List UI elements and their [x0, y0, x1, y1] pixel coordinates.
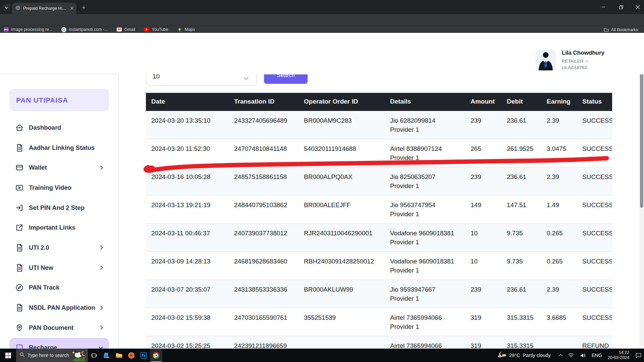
window-restore-button[interactable] — [615, 3, 627, 11]
column-header: Status — [577, 93, 612, 111]
sidebar-item[interactable]: UTI 2.0 — [9, 238, 109, 258]
browser-toolbar: pan.utipaisa.com/dashboard/prepaid-recha… — [0, 14, 644, 26]
wifi-icon[interactable] — [568, 353, 574, 358]
cell-earning: 2.39 — [541, 167, 577, 195]
new-tab-button[interactable]: + — [80, 4, 87, 11]
bookmark-favicon-icon: G — [61, 27, 67, 32]
weather-temp: 28°C — [509, 353, 520, 358]
tab-close-icon[interactable] — [70, 5, 74, 11]
sidebar-item[interactable]: Set PIN And 2 Step — [9, 198, 109, 218]
sidebar-item[interactable]: PAN Track — [9, 278, 109, 298]
daily-animal-image[interactable] — [72, 349, 87, 362]
cell-transaction-id: 248575158861158 — [229, 167, 299, 195]
cell-date: 2024-03-20 11:52:30 — [146, 139, 229, 167]
cell-status: SUCCESS — [577, 308, 612, 336]
cell-status: SUCCESS — [577, 252, 612, 280]
tray-expand-icon[interactable] — [559, 353, 562, 358]
window-close-button[interactable] — [632, 3, 643, 11]
table-row: 2024-03-13 19:21:19 248440795103862 BR00… — [146, 195, 612, 224]
cell-details-line1: Jio 9593947667 — [390, 285, 465, 294]
chevron-down-icon — [5, 5, 8, 9]
column-header: Operator Order ID — [299, 93, 385, 111]
browser-tab[interactable]: Prepaid Recharge History — [12, 3, 76, 14]
tab-search-button[interactable] — [3, 4, 10, 11]
chevron-icon — [99, 325, 103, 330]
chevron-down-icon — [244, 75, 248, 80]
sidebar-item-icon — [15, 203, 24, 212]
bookmark-favicon-icon: M — [117, 27, 122, 32]
weather-desc: Partly cloudy — [523, 353, 551, 358]
taskbar-photoshop[interactable]: Ps — [138, 349, 150, 362]
sidebar-item-icon — [15, 183, 24, 192]
cell-details-line2: Provider 1 — [390, 266, 465, 275]
cell-earning: 0.265 — [541, 252, 577, 280]
taskbar-orange-app[interactable] — [125, 349, 138, 362]
sidebar-item-icon — [15, 223, 24, 232]
all-bookmarks-button[interactable]: All Bookmarks — [603, 26, 638, 33]
sidebar-item[interactable]: Training Video — [9, 178, 109, 198]
cell-amount: 265 — [465, 139, 501, 167]
tab-title: Prepaid Recharge History — [23, 6, 67, 11]
user-name: Lila Chowdhury — [562, 50, 605, 56]
cell-details-line2: Provider 1 — [390, 238, 465, 247]
language-indicator[interactable]: ENG — [592, 353, 602, 358]
sidebar-item[interactable]: NSDL PAN Application — [9, 298, 109, 318]
column-header: Transation ID — [229, 93, 299, 111]
table-row: 2024-03-16 10:05:28 248575158861158 BR00… — [146, 167, 612, 195]
user-card[interactable]: Lila Chowdhury RETAILER LILAC18763 — [536, 50, 605, 70]
bookmark-item[interactable]: Maps — [177, 27, 195, 32]
taskbar-weather[interactable]: 28°C Partly cloudy — [497, 351, 550, 360]
cell-details-line2: Provider 1 — [390, 294, 465, 303]
page-scrollbar-thumb[interactable] — [640, 64, 643, 208]
sidebar-item[interactable]: Important Links — [9, 218, 109, 238]
cell-amount: 239 — [465, 280, 501, 308]
bookmark-label: instantpanuti.com -... — [69, 27, 108, 32]
task-view-button[interactable] — [88, 349, 100, 362]
chevron-down-icon — [585, 59, 588, 62]
sidebar-item[interactable]: UTI New — [9, 258, 109, 278]
cell-amount: 149 — [465, 195, 501, 223]
window-minimize-button[interactable] — [598, 3, 609, 11]
table-header-row: Date Transation ID Operator Order ID Det… — [146, 93, 612, 111]
cell-details: Vodafone 9609018381 Provider 1 — [385, 224, 465, 251]
bookmark-item[interactable]: M Gmail — [117, 27, 136, 32]
cell-status: SUCCESS — [577, 224, 612, 251]
taskbar-pc-app[interactable] — [100, 349, 113, 362]
start-button[interactable] — [0, 349, 16, 362]
sidebar-item-icon — [15, 303, 24, 312]
bookmark-item[interactable]: JPG Image processing re... — [3, 27, 53, 32]
sidebar-scroll-track — [118, 74, 119, 349]
brand-box[interactable]: PAN UTIPAISA — [9, 89, 109, 111]
header-shadow — [0, 74, 118, 74]
bookmark-item[interactable]: YouTube — [144, 27, 168, 32]
notification-center-icon[interactable] — [636, 353, 641, 358]
sidebar-item[interactable]: Aadhar Linking Status — [9, 138, 109, 158]
taskbar-clock[interactable]: 14:22 20-03-2024 — [608, 350, 629, 360]
bookmark-label: Gmail — [124, 27, 136, 32]
cell-status: SUCCESS — [577, 195, 612, 223]
cell-status: SUCCESS — [577, 167, 612, 195]
cell-amount: 10 — [465, 224, 501, 251]
cell-transaction-id: 243327405696489 — [229, 111, 299, 139]
taskbar-chrome[interactable] — [150, 349, 162, 362]
column-header: Date — [146, 93, 229, 111]
chevron-icon — [99, 306, 103, 310]
globe-favicon-icon — [15, 5, 20, 12]
volume-icon[interactable] — [580, 353, 586, 358]
taskbar-search-box[interactable]: Type here to search — [16, 349, 88, 362]
chevron-icon — [99, 166, 103, 170]
cell-transaction-id: 240739037738012 — [229, 224, 299, 251]
cell-details-line1: Vodafone 9609018381 — [390, 257, 465, 266]
cell-details-line1: Airtel 8388907124 — [390, 144, 465, 153]
sidebar-item[interactable]: Dashboard — [9, 118, 109, 138]
column-header: Earning — [541, 93, 577, 111]
cell-operator-order-id: RJR2403110046290001 — [299, 224, 385, 251]
bookmark-item[interactable]: G instantpanuti.com -... — [61, 27, 108, 32]
taskbar-file-explorer[interactable] — [113, 349, 125, 362]
page-scrollbar-track[interactable] — [639, 33, 644, 349]
sidebar-item-label: PAN Document — [29, 324, 99, 331]
sidebar-item[interactable]: PAN Document — [9, 318, 109, 338]
cell-date: 2024-03-11 00:46:37 — [146, 224, 229, 251]
all-bookmarks-label: All Bookmarks — [611, 27, 638, 32]
sidebar-item[interactable]: Wallet — [9, 158, 109, 178]
